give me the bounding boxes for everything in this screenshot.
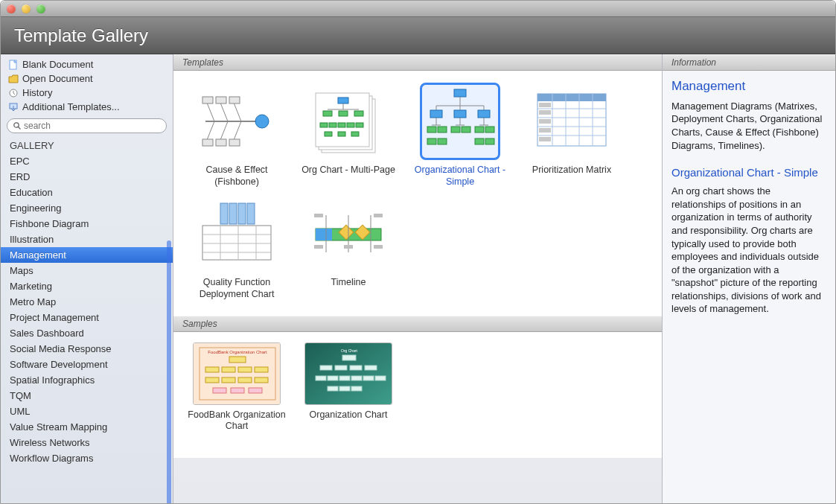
gallery-header: GALLERY: [1, 138, 173, 153]
download-icon: [8, 102, 19, 112]
sidebar-item-maps[interactable]: Maps: [1, 263, 173, 278]
template-tile-cause-effect-fishbone-[interactable]: Cause & Effect (Fishbone): [181, 83, 293, 188]
svg-line-9: [234, 103, 241, 121]
template-tile-org-chart-multi-page[interactable]: Org Chart - Multi-Page: [293, 83, 404, 188]
svg-rect-100: [229, 357, 246, 363]
svg-rect-11: [202, 97, 213, 103]
svg-rect-69: [539, 103, 551, 107]
info-summary: Management Diagrams (Matrixes, Deploymen…: [671, 100, 826, 152]
sample-tile-organization-chart[interactable]: Org ChartOrganization Chart: [293, 342, 404, 433]
svg-rect-72: [539, 128, 551, 133]
svg-rect-115: [320, 366, 332, 370]
svg-rect-26: [320, 123, 328, 127]
template-tile-prioritization-matrix[interactable]: Prioritization Matrix: [516, 83, 628, 188]
svg-line-8: [220, 121, 228, 140]
sidebar-item-education[interactable]: Education: [1, 185, 173, 200]
svg-rect-109: [213, 388, 226, 393]
template-tile-organizational-chart-simple[interactable]: Organizational Chart - Simple: [404, 83, 516, 188]
template-tile-timeline[interactable]: Timeline: [293, 195, 404, 300]
svg-rect-25: [354, 111, 363, 116]
header: Template Gallery: [1, 17, 835, 54]
history-icon: [8, 88, 19, 98]
svg-rect-50: [438, 127, 447, 133]
svg-rect-71: [539, 119, 551, 124]
sample-thumbnail: FoodBank Organization Chart: [193, 342, 281, 405]
open-document-link[interactable]: Open Document: [5, 71, 168, 86]
sidebar-item-workflow-diagrams[interactable]: Workflow Diagrams: [1, 450, 173, 466]
sidebar-item-engineering[interactable]: Engineering: [1, 200, 173, 216]
info-detail: An org chart shows the relationships of …: [671, 185, 826, 315]
svg-rect-12: [216, 97, 226, 103]
zoom-window-button[interactable]: [36, 4, 45, 13]
svg-rect-102: [222, 367, 235, 372]
sidebar-item-value-stream-mapping[interactable]: Value Stream Mapping: [1, 419, 173, 435]
history-link[interactable]: History: [5, 86, 168, 100]
svg-rect-121: [339, 376, 350, 380]
svg-rect-31: [325, 132, 332, 136]
svg-rect-106: [222, 377, 235, 383]
template-tile-quality-function-deployment-chart[interactable]: Quality Function Deployment Chart: [181, 195, 293, 300]
sidebar-item-marketing[interactable]: Marketing: [1, 278, 173, 294]
svg-rect-70: [539, 110, 551, 115]
svg-rect-57: [475, 138, 484, 144]
svg-line-10: [234, 121, 241, 140]
additional-templates-link[interactable]: Additional Templates...: [5, 100, 168, 114]
svg-rect-110: [231, 388, 244, 393]
scrollbar-thumb[interactable]: [167, 240, 171, 503]
titlebar[interactable]: [1, 1, 835, 17]
svg-rect-117: [350, 366, 362, 370]
svg-rect-77: [247, 203, 255, 224]
traffic-lights: [7, 4, 45, 13]
svg-rect-54: [485, 127, 494, 133]
close-window-button[interactable]: [7, 4, 16, 13]
info-title: Management: [671, 78, 826, 95]
sidebar-item-metro-map[interactable]: Metro Map: [1, 294, 173, 310]
sidebar-item-tqm[interactable]: TQM: [1, 388, 173, 403]
svg-rect-53: [475, 127, 484, 133]
sample-thumbnail: Org Chart: [304, 342, 392, 405]
sidebar-item-spatial-infographics[interactable]: Spatial Infographics: [1, 372, 173, 388]
svg-rect-74: [220, 203, 228, 224]
svg-rect-125: [328, 386, 338, 391]
svg-rect-76: [238, 203, 246, 224]
sidebar-item-software-development[interactable]: Software Development: [1, 357, 173, 372]
svg-rect-27: [329, 123, 336, 127]
template-thumbnail: [197, 83, 277, 160]
document-icon: [8, 60, 19, 70]
svg-rect-103: [238, 367, 252, 372]
minimize-window-button[interactable]: [22, 4, 31, 13]
svg-rect-75: [229, 203, 237, 224]
sidebar-item-illustration[interactable]: Illustration: [1, 232, 173, 247]
sample-tile-foodbank-organization-chart[interactable]: FoodBank Organization ChartFoodBank Orga…: [181, 342, 293, 433]
templates-section-header: Templates: [173, 54, 662, 71]
search-input[interactable]: [7, 118, 167, 133]
svg-rect-51: [451, 127, 460, 133]
sidebar-item-fishbone-diagram[interactable]: Fishbone Diagram: [1, 216, 173, 232]
sidebar-item-erd[interactable]: ERD: [1, 169, 173, 185]
template-label: Timeline: [331, 277, 366, 289]
sidebar-item-sales-dashboard[interactable]: Sales Dashboard: [1, 325, 173, 341]
svg-rect-116: [335, 366, 347, 370]
svg-rect-15: [216, 139, 226, 146]
svg-text:FoodBank Organization Chart: FoodBank Organization Chart: [208, 350, 267, 354]
svg-text:Org Chart: Org Chart: [341, 348, 358, 353]
sidebar-item-epc[interactable]: EPC: [1, 153, 173, 169]
svg-rect-29: [347, 123, 354, 127]
sidebar-item-wireless-networks[interactable]: Wireless Networks: [1, 435, 173, 450]
svg-rect-127: [351, 386, 362, 391]
svg-rect-24: [339, 111, 348, 116]
svg-rect-52: [462, 127, 470, 133]
sidebar-item-project-management[interactable]: Project Management: [1, 310, 173, 325]
template-label: Prioritization Matrix: [532, 165, 611, 176]
svg-rect-104: [255, 367, 268, 372]
sidebar-item-social-media-response[interactable]: Social Media Response: [1, 341, 173, 357]
samples-grid: FoodBank Organization ChartFoodBank Orga…: [173, 332, 662, 458]
sidebar-category-list[interactable]: GALLERYEPCERDEducationEngineeringFishbon…: [1, 138, 173, 503]
blank-document-link[interactable]: Blank Document: [5, 57, 168, 71]
sidebar-top: Blank Document Open Document History Add…: [1, 54, 173, 115]
svg-rect-96: [374, 214, 383, 217]
svg-rect-124: [375, 376, 386, 380]
sidebar-item-management[interactable]: Management: [1, 247, 173, 263]
template-label: Cause & Effect (Fishbone): [185, 165, 289, 188]
sidebar-item-uml[interactable]: UML: [1, 403, 173, 419]
